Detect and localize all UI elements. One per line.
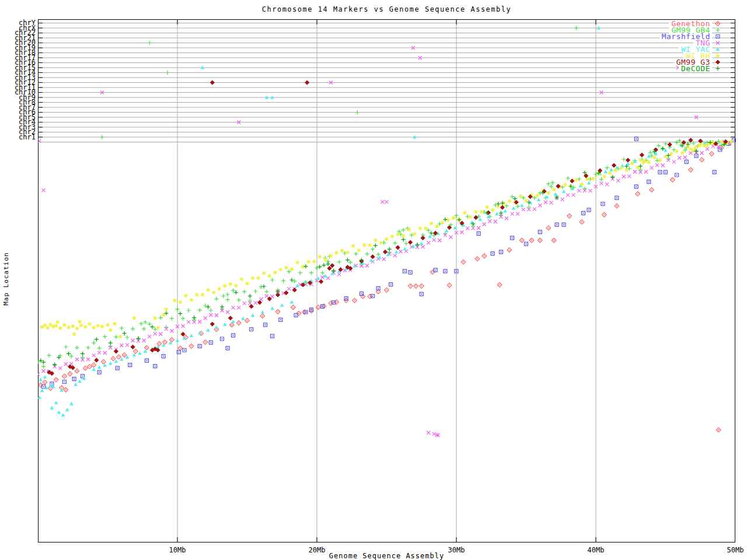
x-tick-label-10Mb: 10Mb bbox=[160, 546, 195, 554]
genethon-marker-icon bbox=[712, 20, 724, 27]
wiyac-marker-icon bbox=[712, 46, 724, 52]
decode-marker-icon bbox=[712, 65, 724, 72]
scatter-plot-area bbox=[38, 19, 736, 543]
series-genethon bbox=[39, 146, 724, 432]
series-wiyac bbox=[38, 26, 722, 416]
series-decode bbox=[39, 141, 726, 367]
series-tng bbox=[38, 46, 731, 437]
gridlines bbox=[38, 19, 735, 542]
chart-title: Chromosome 14 Markers vs Genome Sequence… bbox=[38, 5, 735, 13]
x-tick-label-50Mb: 50Mb bbox=[718, 546, 747, 554]
y-tick-label-chr1: chr1 bbox=[0, 135, 36, 140]
x-tick-label-40Mb: 40Mb bbox=[578, 546, 613, 554]
legend-label: DeCODE bbox=[679, 65, 712, 72]
legend-item-decode: DeCODE bbox=[679, 65, 724, 72]
x-axis-title: Genome Sequence Assembly bbox=[38, 552, 735, 560]
series-g3 bbox=[47, 80, 728, 376]
y-axis-title: Map Location bbox=[2, 238, 11, 320]
legend-item-marshfield: Marshfield bbox=[659, 33, 724, 40]
wirh-marker-icon bbox=[712, 52, 724, 59]
g3-marker-icon bbox=[712, 59, 724, 65]
axes bbox=[38, 19, 735, 542]
tng-marker-icon bbox=[712, 40, 724, 46]
marshfield-marker-icon bbox=[712, 33, 724, 40]
chart-canvas: Chromosome 14 Markers vs Genome Sequence… bbox=[0, 0, 747, 560]
x-tick-label-20Mb: 20Mb bbox=[299, 546, 334, 554]
x-tick-label-30Mb: 30Mb bbox=[439, 546, 474, 554]
gb4-marker-icon bbox=[712, 27, 724, 33]
